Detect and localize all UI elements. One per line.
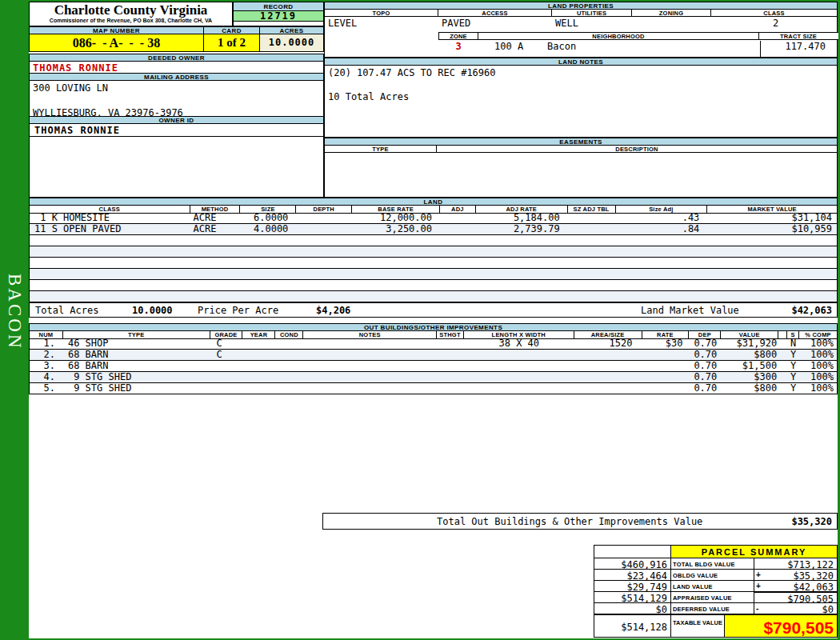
land-sz-adj-tbl-cell bbox=[568, 224, 616, 234]
ob-value-cell: $31,920 bbox=[721, 338, 778, 349]
land-class-cell: 1 K HOMESITE bbox=[30, 213, 190, 223]
out-building-row-1: 1. 46 SHOP C 38 X 40 1520 $30 0.70 $31,9… bbox=[29, 338, 838, 350]
class-value: 2 bbox=[713, 18, 838, 29]
land-adj-rate-cell: 2,739.79 bbox=[476, 224, 568, 234]
zone-subheader-row: ZONE NEIGHBORHOOD TRACT SIZE bbox=[438, 32, 838, 40]
ob-value-header: VALUE bbox=[721, 331, 778, 338]
land-size-adj-cell: .43 bbox=[616, 213, 708, 223]
easement-description-header: DESCRIPTION bbox=[437, 146, 837, 152]
land-adj-rate-cell: 5,184.00 bbox=[476, 213, 568, 223]
ob-sthgt-cell bbox=[437, 372, 464, 382]
ob-cond-header: COND bbox=[275, 331, 303, 338]
ob-notes-cell bbox=[303, 372, 437, 382]
ob-sthgt-header: STHGT bbox=[437, 331, 464, 338]
neighborhood-name: Bacon bbox=[547, 41, 576, 52]
ob-length-width-cell bbox=[464, 361, 574, 371]
mailing-address-box: 300 LOVING LN WYLLIESBURG, VA 23976-3976 bbox=[29, 80, 324, 116]
ob-blank-cell bbox=[778, 338, 787, 349]
ps-label: APPRAISED VALUE bbox=[670, 591, 754, 603]
ob-num-cell: 3. bbox=[30, 361, 63, 371]
access-value: PAVED bbox=[442, 18, 470, 29]
ob-rate-cell: $30 bbox=[642, 338, 689, 349]
ps-taxable-label: TAXABLE VALUE bbox=[670, 614, 725, 638]
land-base-rate-header: BASE RATE bbox=[352, 206, 440, 213]
zone-value: 3 bbox=[438, 41, 478, 52]
ob-grade-cell: C bbox=[210, 338, 243, 349]
ob-rate-cell bbox=[642, 383, 689, 394]
ps-op-sign: - bbox=[756, 604, 758, 613]
ob-type-cell: 9 STG SHED bbox=[63, 372, 210, 382]
owner-empty-box bbox=[29, 136, 324, 198]
land-base-rate-cell: 12,000.00 bbox=[352, 213, 440, 223]
ob-s-header: S bbox=[787, 331, 799, 338]
ob-length-width-cell: 38 X 40 bbox=[464, 338, 574, 349]
ob-notes-cell bbox=[303, 361, 437, 371]
land-notes-box: (20) 107.47 ACS TO REC #16960 10 Total A… bbox=[324, 65, 838, 138]
ob-num-cell: 1. bbox=[30, 338, 63, 349]
ob-pct-comp-cell: 100% bbox=[799, 361, 837, 371]
ob-grade-cell bbox=[210, 383, 243, 394]
land-method-cell: ACRE bbox=[190, 213, 241, 223]
ps-right-value: $790,505 bbox=[754, 591, 838, 603]
ps-taxable-value: $790,505 bbox=[724, 614, 838, 638]
zone-subtable: ZONE NEIGHBORHOOD TRACT SIZE 3 100 A Bac… bbox=[324, 32, 838, 58]
land-depth-cell bbox=[296, 224, 352, 234]
ob-cond-cell bbox=[275, 361, 303, 371]
ob-s-cell: N bbox=[787, 338, 799, 349]
topo-header: TOPO bbox=[325, 10, 438, 16]
ob-notes-header: NOTES bbox=[303, 331, 437, 338]
ob-area-size-cell bbox=[574, 383, 642, 394]
land-method-cell: ACRE bbox=[190, 224, 241, 234]
ob-notes-cell bbox=[303, 350, 437, 360]
land-market-value-header: MARKET VALUE bbox=[707, 206, 837, 213]
out-building-row-3: 3. 68 BARN 0.70 $1,500 Y 100% bbox=[29, 361, 838, 372]
ps-label: OBLDG VALUE bbox=[670, 569, 754, 581]
ps-label: LAND VALUE bbox=[670, 580, 754, 592]
ob-pct-comp-cell: 100% bbox=[799, 350, 837, 360]
land-size-adj-header: Size Adj bbox=[616, 206, 708, 213]
class-header: CLASS bbox=[711, 10, 837, 16]
out-buildings-total-value: $35,320 bbox=[791, 516, 832, 527]
land-note-line1: (20) 107.47 ACS TO REC #16960 bbox=[325, 65, 837, 78]
ob-dep-cell: 0.70 bbox=[689, 383, 721, 394]
ob-notes-cell bbox=[303, 383, 437, 394]
land-size-cell: 4.0000 bbox=[240, 224, 296, 234]
ob-year-cell bbox=[243, 361, 276, 371]
land-empty-row bbox=[29, 235, 838, 246]
ob-area-size-cell: 1520 bbox=[574, 338, 642, 349]
price-per-acre-value: $4,206 bbox=[316, 305, 350, 316]
land-size-header: SIZE bbox=[240, 206, 296, 213]
land-row-1: 1 K HOMESITE ACRE 6.0000 12,000.00 5,184… bbox=[29, 213, 838, 224]
ob-area-size-header: AREA/SIZE bbox=[574, 331, 642, 338]
land-empty-row bbox=[29, 258, 838, 269]
ob-length-width-cell bbox=[464, 372, 574, 382]
total-acres-value: 10.0000 bbox=[132, 305, 173, 316]
ob-dep-cell: 0.70 bbox=[689, 361, 721, 371]
ob-sthgt-cell bbox=[437, 350, 464, 360]
neighborhood-code: 100 A bbox=[494, 41, 523, 52]
land-depth-header: DEPTH bbox=[296, 206, 352, 213]
owner-id-value: THOMAS RONNIE bbox=[29, 123, 324, 137]
ob-pct-comp-cell: 100% bbox=[799, 372, 837, 382]
ps-op-sign: + bbox=[756, 582, 761, 590]
ob-s-cell: Y bbox=[787, 350, 799, 360]
sidebar-neighborhood-label: BACON bbox=[4, 274, 25, 350]
land-empty-row bbox=[29, 269, 838, 280]
ps-left-value: $23,464 bbox=[594, 569, 671, 581]
price-per-acre-label: Price Per Acre bbox=[198, 305, 278, 316]
ob-blank-cell bbox=[778, 350, 787, 360]
ob-grade-cell bbox=[210, 372, 243, 382]
address-line2: WYLLIESBURG, VA 23976-3976 bbox=[30, 94, 323, 118]
ob-year-header: YEAR bbox=[242, 331, 275, 338]
land-market-value-cell: $10,959 bbox=[707, 224, 837, 234]
county-header-box: Charlotte County Virginia Commissioner o… bbox=[29, 2, 233, 26]
ob-year-cell bbox=[243, 372, 276, 382]
ob-s-cell: Y bbox=[787, 383, 799, 394]
zoning-header: ZONING bbox=[632, 10, 711, 16]
map-number-value: 086- - A- - - 38 bbox=[29, 34, 204, 52]
ob-area-size-cell bbox=[574, 350, 642, 360]
ob-dep-cell: 0.70 bbox=[689, 338, 721, 349]
land-totals-row: Total Acres 10.0000 Price Per Acre $4,20… bbox=[29, 302, 838, 318]
land-method-header: METHOD bbox=[190, 206, 241, 213]
ob-type-header: TYPE bbox=[63, 331, 210, 338]
